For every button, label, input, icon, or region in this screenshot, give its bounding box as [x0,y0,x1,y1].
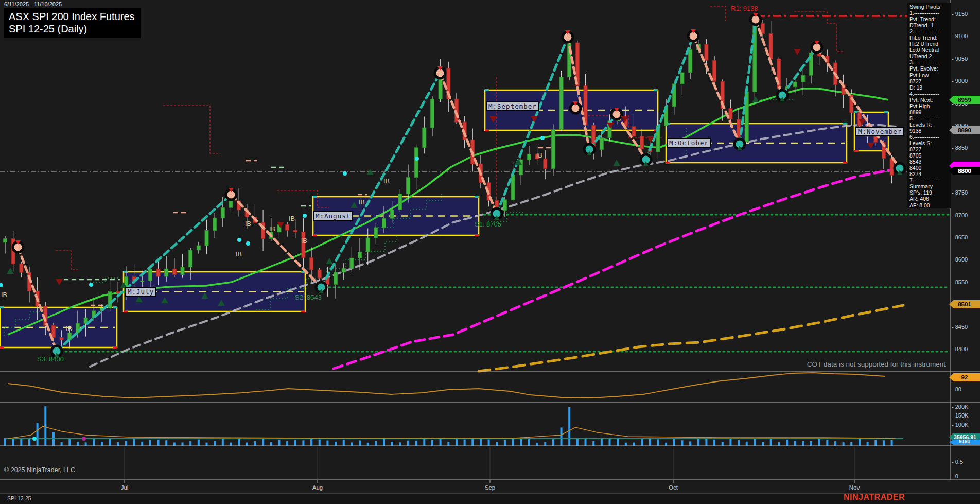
axis-tick-8550: - 8550 [952,279,968,285]
axis-tick-8450: - 8450 [952,324,968,330]
x-axis-month-Nov: Nov [849,484,860,491]
ib-label: IB [269,225,275,233]
axis-tick-0.5: - 0.5 [952,459,963,465]
pivot-panel-line: SP's: 119 [909,189,951,196]
pivot-panel-line: 8400 [909,165,951,171]
axis-tick-8850: - 8850 [952,145,968,151]
x-axis-month-Aug: Aug [312,484,323,491]
ib-label: IB [359,199,365,206]
pivot-panel-line: Hi:2 UTrend [909,41,951,47]
ib-label: IB [66,325,72,333]
pivot-panel-line: Levels R: [909,121,951,128]
pivot-panel-line: 8727 [909,146,951,152]
ib-label: IB [383,178,390,185]
pivot-panel-line: 7.-------------- [909,177,951,183]
tab-spi-12-25[interactable]: SPI 12-25 [7,495,31,501]
axis-tick-100K: - 100K [952,422,968,428]
instrument-name: ASX SPI 200 Index Futures [9,10,135,23]
month-box-label-november: M:November [855,127,904,136]
pivot-panel-line: HiLo Trend: [909,34,951,41]
ninjatrader-logo: NINJATRADER [825,493,905,502]
pivot-panel-line: 6.-------------- [909,134,951,140]
copyright-text: © 2025 NinjaTrader, LLC [4,466,75,474]
axis-tick-8700: - 8700 [952,212,968,218]
axis-tick-80: - 80 [952,386,961,392]
axis-tick-9000: - 9000 [952,78,968,84]
level-label-s2: S2: 8543 [295,293,322,301]
axis-tick-0: - 0 [952,473,958,479]
pivot-panel-line: 8543 [909,159,951,165]
pivot-panel-line: AR: 406 [909,196,951,202]
month-box-label-october: M:October [667,138,711,148]
price-tag-92: 92 [949,373,980,381]
swing-pivots-panel: Swing Pivots1.--------------Pvt. Trend:D… [907,3,951,208]
level-label-s1: S1: 8705 [475,220,501,228]
month-box-label-august: M:August [313,211,353,221]
pivot-panel-line: D: 13 [909,84,951,91]
pivot-panel-line: Pvt Low [909,72,951,78]
pivot-panel-line: Summary [909,183,951,189]
cot-warning-text: COT data is not supported for this instr… [680,360,946,368]
ib-label: IB [289,215,295,222]
ib-label: IB [301,237,307,245]
axis-tick-9050: - 9050 [952,56,968,62]
pivot-panel-line: Pvt High [909,103,951,109]
chart-window: 6/11/2025 - 11/10/2025 ASX SPI 200 Index… [0,0,980,504]
axis-tick-150K: - 150K [952,412,968,419]
axis-tick-200K: - 200K [952,404,968,410]
axis-tick-8400: - 8400 [952,346,968,352]
axis-tick-8650: - 8650 [952,234,968,240]
pivot-panel-line: 2.-------------- [909,28,951,34]
pivot-panel-line: Lo:0 Neutral [909,47,951,53]
price-tag-9191: 9191 [949,440,980,445]
pivot-panel-line: Pvt. Trend: [909,16,951,22]
pivot-panel-line: UTrend 2 [909,53,951,59]
pivot-panel-line: DTrend -1 [909,22,951,28]
price-tag-8890: 8890 [949,126,980,134]
x-axis-month-Jul: Jul [121,484,129,491]
month-box-label-july: M:July [125,287,156,297]
price-tag-8800: 8800 [949,167,980,175]
chart-title: ASX SPI 200 Index Futures SPI 12-25 (Dai… [4,8,141,38]
pivot-panel-line: Pvt. Next: [909,97,951,103]
axis-tick-9100: - 9100 [952,33,968,39]
level-label-s3: S3: 8400 [37,355,64,363]
ib-label: IB [236,251,242,258]
axis-tick-8750: - 8750 [952,189,968,196]
pivot-panel-line: 4.-------------- [909,91,951,97]
pivot-panel-line: Pvt. Evolve: [909,65,951,72]
pivot-panel-line: 8899 [909,109,951,115]
chart-canvas[interactable] [0,0,980,504]
date-range: 6/11/2025 - 11/10/2025 [4,1,62,7]
pivot-panel-line: 9138 [909,128,951,134]
price-tag-8959: 8959 [949,96,980,104]
axis-tick-9150: - 9150 [952,11,968,17]
month-box-label-september: M:September [486,101,539,111]
pivot-panel-line: 8705 [909,152,951,159]
ib-label: IB [1,291,7,299]
axis-tick-8600: - 8600 [952,256,968,263]
level-label-r1: R1: 9138 [731,5,758,12]
pivot-panel-line: AF: 8.00 [909,202,951,208]
ib-label: IB [245,220,251,228]
ib-label: IB [536,152,542,159]
pivot-panel-line: Levels S: [909,140,951,146]
pivot-panel-line: 1.-------------- [909,10,951,16]
pivot-panel-line: Swing Pivots [909,4,951,10]
pivot-panel-line: 5.-------------- [909,115,951,121]
pivot-panel-line: 8274 [909,171,951,177]
contract-period: SPI 12-25 (Daily) [9,23,135,35]
pivot-panel-line: 3.-------------- [909,59,951,65]
x-axis-month-Oct: Oct [669,484,678,491]
x-axis-month-Sep: Sep [485,484,495,491]
pivot-panel-line: 8727 [909,78,951,84]
price-tag-8501: 8501 [949,300,980,308]
